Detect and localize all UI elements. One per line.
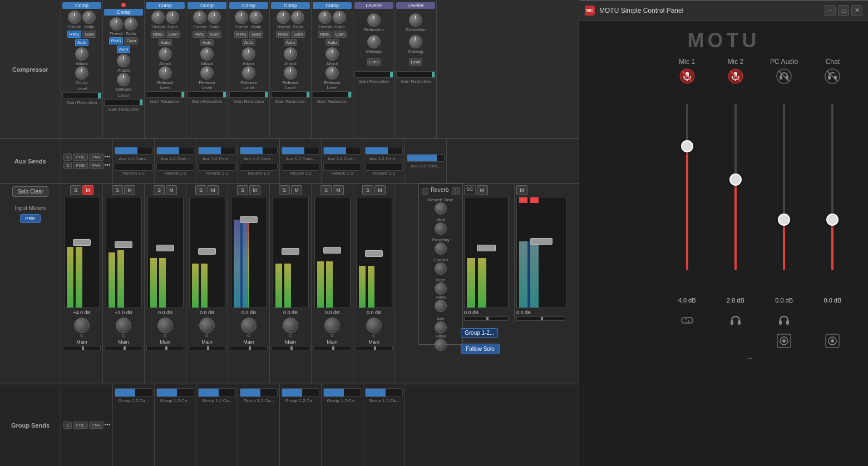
solo-btn-6[interactable]: S [279,185,290,195]
pre-btn-aux2[interactable]: PRE [73,162,87,169]
link-icon[interactable] [679,312,696,329]
pan-btn-aux[interactable]: PAN [89,153,103,161]
pan-btn-aux2[interactable]: PAN [89,162,103,169]
minimize-button[interactable]: ─ [825,5,836,16]
aux-bar1-8[interactable] [407,154,445,162]
reduction-knob-l2[interactable] [409,13,422,27]
reverb-spread-knob[interactable] [435,262,447,275]
assign-bar-7[interactable] [313,346,351,350]
pre-btn-grp[interactable]: PRE [73,422,87,429]
fader-5[interactable] [240,216,258,223]
s-btn-aux2[interactable]: S [63,162,72,169]
ratio-5[interactable] [249,11,263,24]
mute-btn-4[interactable]: M [208,185,219,195]
mic2-mute[interactable] [711,68,760,84]
aux-bar1-7[interactable] [365,147,403,155]
ratio-knob-1[interactable] [82,11,96,24]
thresh-6[interactable] [277,11,290,24]
dots-btn-aux2[interactable]: ••• [105,162,111,169]
rms-5[interactable]: RMS [234,31,249,38]
solo-btn-3[interactable]: S [154,185,165,195]
fader-1[interactable] [73,239,91,246]
aux-bar2-7[interactable] [365,163,403,171]
assign-bar-1[interactable] [63,346,101,350]
fader-2[interactable] [115,241,132,248]
solo-clear-button[interactable]: Solo Clear [12,186,48,197]
pan-knob-5[interactable] [241,318,257,333]
aux-bar1-4[interactable] [240,147,278,155]
release-7[interactable] [326,66,339,80]
pan-knob-2[interactable] [116,318,131,333]
ratio-3[interactable] [166,11,179,24]
aux-bar2-2[interactable] [156,163,194,171]
thresh-3[interactable] [151,11,165,24]
restore-button[interactable]: □ [838,5,849,16]
auto-btn-1[interactable]: Auto [75,39,88,46]
solo-btn-2[interactable]: S [112,185,123,195]
gain-btn-2[interactable]: Gain [124,37,138,44]
aux-bar2-1[interactable] [115,163,152,171]
aux-bar1-5[interactable] [282,147,319,155]
reduction-knob-l1[interactable] [367,13,381,27]
follow-solo-button[interactable]: Follow Solo [461,344,500,354]
solo-btn-8[interactable]: S [362,185,373,195]
headphone-icon-3[interactable] [776,312,792,329]
auto-btn-2[interactable]: Auto [117,46,130,53]
fader-bus[interactable] [477,245,496,251]
solo-btn-4[interactable]: S [195,185,206,195]
grp-bar-1[interactable] [115,388,152,397]
pre-button[interactable]: PRE [20,214,41,223]
reverb-time-knob[interactable] [435,202,447,215]
release-knob-1[interactable] [75,66,88,80]
ratio-6[interactable] [291,11,304,24]
chat-mute[interactable] [808,68,857,84]
attack-knob-1[interactable] [75,47,88,61]
fader-handle-mic2[interactable] [729,173,742,186]
fader-3[interactable] [156,245,174,251]
attack-7[interactable] [326,47,339,61]
close-button[interactable]: ✕ [851,5,862,16]
solo-btn-7[interactable]: S [320,185,332,195]
fader-4[interactable] [198,248,216,255]
mute-btn-bus[interactable]: M [477,185,488,195]
mute-btn-5[interactable]: M [249,185,260,195]
s-btn-grp[interactable]: S [63,422,72,429]
aux-bar2-3[interactable] [198,163,236,171]
grp-bar-6[interactable] [323,388,361,397]
attack-5[interactable] [242,47,255,61]
ratio-7[interactable] [333,11,346,24]
pcaudio-mute[interactable] [760,68,808,84]
arrow-right-icon[interactable]: → [746,353,754,363]
ratio-4[interactable] [208,11,221,24]
pan-knob-7[interactable] [324,318,340,333]
release-3[interactable] [159,66,172,80]
aux-bar1-2[interactable] [156,147,194,155]
attack-4[interactable] [200,47,214,61]
mute-btn-3[interactable]: M [166,185,177,195]
gain-5[interactable]: Gain [249,31,263,38]
auto-4[interactable]: Auto [200,39,214,46]
auto-6[interactable]: Auto [284,39,297,46]
rms-7[interactable]: RMS [318,31,332,38]
thresh-7[interactable] [318,11,332,24]
release-4[interactable] [200,66,214,80]
reverb-high-knob[interactable] [435,282,447,295]
assign-bar-3[interactable] [146,346,184,350]
grp-bar-4[interactable] [240,388,278,397]
reverb-predelay-knob[interactable] [435,242,447,255]
gain-7[interactable]: Gain [333,31,347,38]
aux-bar2-6[interactable] [323,163,361,171]
rms-3[interactable]: RMS [151,31,165,38]
fader-handle-mic1[interactable] [681,140,693,152]
assign-bar-4[interactable] [188,346,226,350]
solo-btn-1[interactable]: S [70,185,81,195]
mute-btn-out[interactable]: M [516,185,527,195]
auto-3[interactable]: Auto [159,39,172,46]
auto-5[interactable]: Auto [242,39,255,46]
aux-bar2-4[interactable] [240,163,278,171]
dots-btn-grp[interactable]: ••• [105,422,111,429]
grp-bar-3[interactable] [198,388,236,397]
reverb-ratio2-knob[interactable] [435,339,447,351]
mic1-mute[interactable] [663,68,711,84]
mute-btn-6[interactable]: M [291,185,302,195]
